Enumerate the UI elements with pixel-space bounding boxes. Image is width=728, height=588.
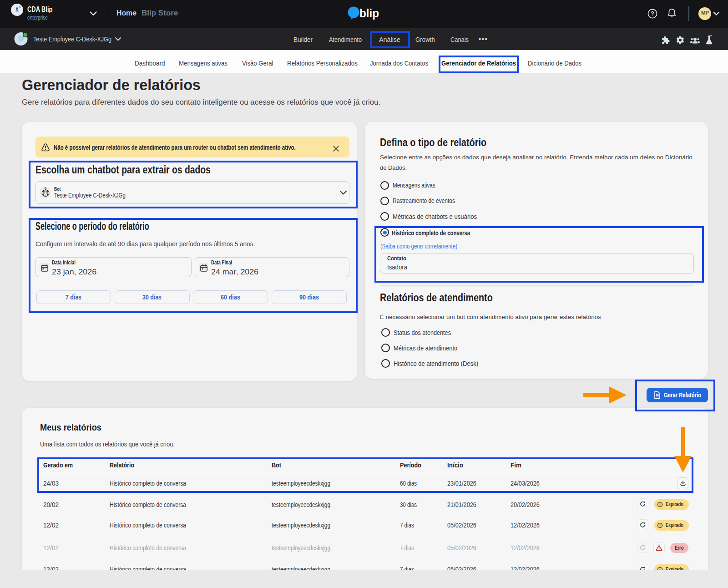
svg-text:?: ? bbox=[651, 10, 654, 17]
